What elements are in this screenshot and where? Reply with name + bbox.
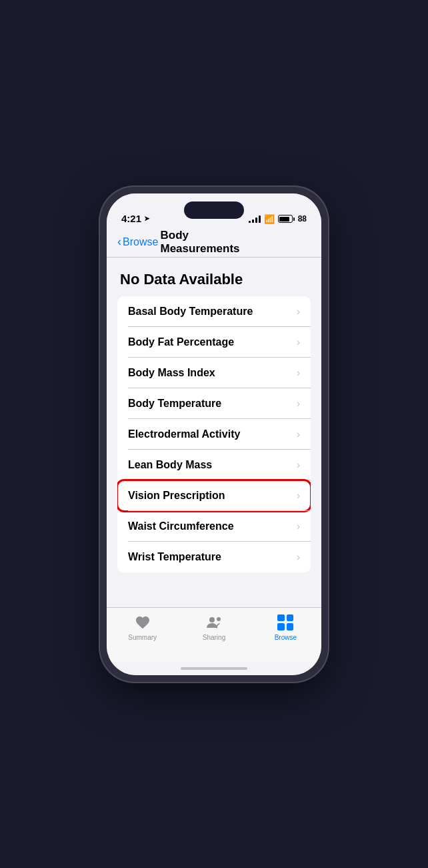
people-icon <box>205 613 223 632</box>
list-item-basal-body-temp[interactable]: Basal Body Temperature › <box>117 296 311 327</box>
chevron-icon-lean-body-mass: › <box>297 459 300 471</box>
chevron-icon-waist-circumference: › <box>297 520 300 532</box>
heart-icon <box>133 613 152 632</box>
item-label-body-fat-percentage: Body Fat Percentage <box>128 336 234 348</box>
phone-frame: 4:21 ➤ 📶 88 <box>100 187 328 682</box>
section-heading: No Data Available <box>107 271 321 296</box>
item-label-lean-body-mass: Lean Body Mass <box>128 459 212 471</box>
item-label-waist-circumference: Waist Circumference <box>128 520 234 532</box>
home-bar <box>181 667 247 670</box>
item-label-vision-prescription: Vision Prescription <box>128 490 225 502</box>
dynamic-island <box>184 201 244 219</box>
chevron-icon-electrodermal-activity: › <box>297 428 300 440</box>
status-time: 4:21 ➤ <box>121 213 149 224</box>
battery-icon <box>278 215 295 223</box>
list-item-body-fat-percentage[interactable]: Body Fat Percentage › <box>117 327 311 358</box>
back-label[interactable]: Browse <box>123 236 158 248</box>
back-button[interactable]: ‹ Browse <box>117 236 158 249</box>
chevron-icon-body-mass-index: › <box>297 367 300 379</box>
list-item-body-temperature[interactable]: Body Temperature › <box>117 388 311 419</box>
tab-summary[interactable]: Summary <box>107 613 178 641</box>
list-item-vision-prescription[interactable]: Vision Prescription › <box>117 480 311 511</box>
back-chevron-icon: ‹ <box>117 235 121 249</box>
time-display: 4:21 <box>121 213 141 224</box>
tab-browse[interactable]: Browse <box>250 613 321 641</box>
home-indicator <box>107 662 321 675</box>
list-item-lean-body-mass[interactable]: Lean Body Mass › <box>117 450 311 480</box>
phone-screen: 4:21 ➤ 📶 88 <box>107 193 321 675</box>
item-label-electrodermal-activity: Electrodermal Activity <box>128 428 240 440</box>
chevron-icon-basal-body-temp: › <box>297 306 300 318</box>
grid-icon <box>276 613 295 632</box>
signal-icon <box>249 215 261 223</box>
chevron-icon-body-temperature: › <box>297 398 300 410</box>
svg-point-0 <box>209 617 215 622</box>
list-item-body-mass-index[interactable]: Body Mass Index › <box>117 358 311 388</box>
tab-sharing-label: Sharing <box>203 634 225 641</box>
chevron-icon-vision-prescription: › <box>297 490 300 502</box>
chevron-icon-body-fat-percentage: › <box>297 336 300 348</box>
status-icons: 📶 88 <box>249 214 307 224</box>
svg-point-1 <box>217 617 221 621</box>
item-label-wrist-temperature: Wrist Temperature <box>128 551 221 563</box>
tab-sharing[interactable]: Sharing <box>178 613 249 641</box>
tab-browse-label: Browse <box>275 634 297 641</box>
battery-percentage: 88 <box>298 214 307 224</box>
chevron-icon-wrist-temperature: › <box>297 551 300 563</box>
item-label-body-temperature: Body Temperature <box>128 398 221 410</box>
wifi-icon: 📶 <box>264 214 275 224</box>
list-item-electrodermal-activity[interactable]: Electrodermal Activity › <box>117 419 311 450</box>
item-label-basal-body-temp: Basal Body Temperature <box>128 306 253 318</box>
item-label-body-mass-index: Body Mass Index <box>128 367 215 379</box>
measurements-list: Basal Body Temperature › Body Fat Percen… <box>117 296 311 572</box>
list-item-waist-circumference[interactable]: Waist Circumference › <box>117 511 311 542</box>
nav-bar: ‹ Browse Body Measurements <box>107 228 321 258</box>
page-title: Body Measurements <box>161 229 268 256</box>
content-area: No Data Available Basal Body Temperature… <box>107 258 321 607</box>
tab-summary-label: Summary <box>128 634 157 641</box>
tab-bar: Summary Sharing <box>107 607 321 662</box>
location-arrow-icon: ➤ <box>144 215 149 222</box>
list-item-wrist-temperature[interactable]: Wrist Temperature › <box>117 542 311 572</box>
